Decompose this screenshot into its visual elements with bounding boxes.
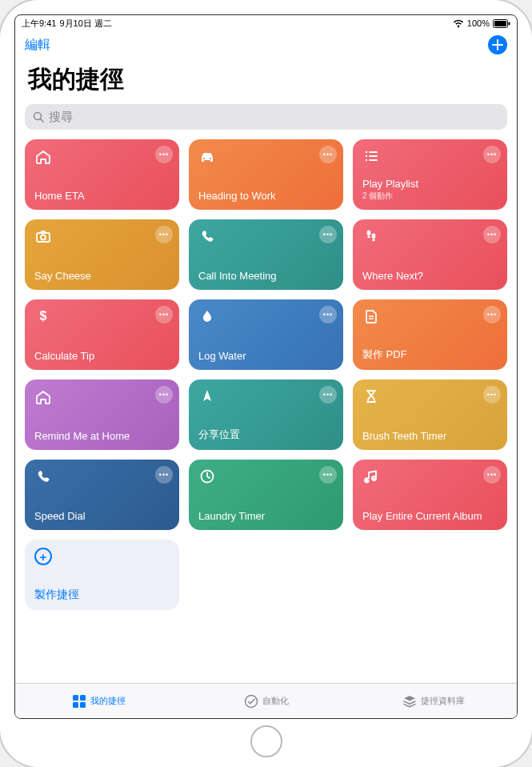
tile-more-button[interactable] bbox=[155, 226, 173, 243]
tab-label: 自動化 bbox=[262, 695, 289, 707]
shortcut-tile[interactable]: Say Cheese bbox=[25, 219, 179, 290]
tile-more-button[interactable] bbox=[483, 466, 501, 484]
tab-label: 我的捷徑 bbox=[90, 695, 126, 707]
shortcut-tile[interactable]: Brush Teeth Timer bbox=[353, 379, 507, 450]
car-icon bbox=[198, 147, 216, 165]
shortcut-tile[interactable]: 分享位置 bbox=[189, 379, 343, 450]
tile-more-button[interactable] bbox=[483, 146, 501, 163]
tile-label: Brush Teeth Timer bbox=[362, 430, 498, 442]
tile-more-button[interactable] bbox=[155, 466, 173, 484]
svg-rect-6 bbox=[80, 695, 86, 701]
edit-button[interactable]: 編輯 bbox=[25, 37, 50, 54]
shortcut-tile[interactable]: Where Next? bbox=[353, 219, 507, 290]
tile-label-wrap: Remind Me at Home bbox=[34, 430, 170, 442]
shortcut-tile[interactable]: Log Water bbox=[189, 299, 343, 370]
clock-icon bbox=[198, 468, 216, 485]
shortcut-tile[interactable]: Laundry Timer bbox=[189, 460, 343, 530]
tab-label: 捷徑資料庫 bbox=[421, 695, 465, 707]
status-right: 100% bbox=[453, 18, 510, 28]
svg-line-4 bbox=[41, 119, 44, 122]
shortcut-tile[interactable]: Play Entire Current Album bbox=[353, 460, 507, 530]
stack-icon bbox=[402, 694, 417, 709]
phone-icon bbox=[34, 468, 52, 485]
search-placeholder: 搜尋 bbox=[49, 110, 73, 125]
status-time: 上午9:41 bbox=[22, 18, 56, 30]
tile-more-button[interactable] bbox=[319, 146, 337, 163]
tile-more-button[interactable] bbox=[483, 386, 501, 404]
tile-more-button[interactable] bbox=[483, 226, 501, 243]
status-date: 9月10日 週二 bbox=[59, 18, 111, 30]
tab-my-shortcuts[interactable]: 我的捷徑 bbox=[15, 684, 182, 718]
nav-bar: 編輯 bbox=[15, 31, 517, 58]
dollar-icon bbox=[34, 307, 52, 325]
tile-more-button[interactable] bbox=[155, 386, 173, 404]
search-field[interactable]: 搜尋 bbox=[25, 104, 507, 130]
tile-label-wrap: Log Water bbox=[198, 350, 334, 362]
content-scroll[interactable]: 我的捷徑 搜尋 Home ETAHeading to WorkPlay Play… bbox=[15, 58, 517, 683]
clock-check-icon bbox=[244, 694, 258, 709]
shortcut-tile[interactable]: Speed Dial bbox=[25, 460, 179, 530]
tile-label: Log Water bbox=[198, 350, 334, 362]
tile-label: Remind Me at Home bbox=[34, 430, 170, 442]
hourglass-icon bbox=[362, 388, 380, 405]
shortcuts-grid: Home ETAHeading to WorkPlay Playlist2 個動… bbox=[25, 139, 507, 610]
tile-label: Heading to Work bbox=[198, 190, 334, 202]
tile-label-wrap: 製作 PDF bbox=[362, 347, 498, 362]
tile-more-button[interactable] bbox=[319, 306, 337, 323]
tile-label: Call Into Meeting bbox=[198, 270, 334, 282]
tile-label-wrap: Heading to Work bbox=[198, 190, 334, 202]
screen: 上午9:41 9月10日 週二 100% 編輯 我的捷徑 bbox=[14, 14, 518, 719]
water-icon bbox=[198, 307, 216, 325]
tile-label: 分享位置 bbox=[198, 428, 334, 442]
create-shortcut-tile[interactable]: +製作捷徑 bbox=[25, 540, 179, 610]
tab-automation[interactable]: 自動化 bbox=[182, 684, 350, 718]
home-button[interactable] bbox=[250, 725, 282, 757]
svg-point-9 bbox=[245, 695, 257, 707]
tile-label: Speed Dial bbox=[34, 510, 170, 522]
add-shortcut-button[interactable] bbox=[488, 35, 507, 54]
page-title: 我的捷徑 bbox=[25, 58, 507, 104]
tab-bar: 我的捷徑 自動化 捷徑資料庫 bbox=[15, 683, 517, 718]
tile-more-button[interactable] bbox=[155, 306, 173, 323]
tile-label: Home ETA bbox=[34, 190, 170, 202]
location-icon bbox=[198, 388, 216, 405]
tile-label-wrap: Play Entire Current Album bbox=[362, 510, 498, 522]
tile-more-button[interactable] bbox=[155, 146, 173, 163]
shortcut-tile[interactable]: Remind Me at Home bbox=[25, 379, 179, 450]
home-icon bbox=[34, 147, 52, 165]
svg-rect-2 bbox=[509, 22, 510, 25]
shortcut-tile[interactable]: Heading to Work bbox=[189, 139, 343, 210]
tile-label: 製作 PDF bbox=[362, 347, 498, 362]
shortcut-tile[interactable]: 製作 PDF bbox=[353, 299, 507, 370]
shortcut-tile[interactable]: Calculate Tip bbox=[25, 299, 179, 370]
tile-label: Laundry Timer bbox=[198, 510, 334, 522]
battery-icon bbox=[493, 19, 510, 28]
status-bar: 上午9:41 9月10日 週二 100% bbox=[15, 15, 517, 31]
tile-more-button[interactable] bbox=[319, 226, 337, 243]
shortcut-tile[interactable]: Play Playlist2 個動作 bbox=[353, 139, 507, 210]
shortcut-tile[interactable]: Home ETA bbox=[25, 139, 179, 210]
tile-label: Play Entire Current Album bbox=[362, 510, 498, 522]
tile-more-button[interactable] bbox=[483, 306, 501, 323]
tile-label-wrap: Speed Dial bbox=[34, 510, 170, 522]
ipad-device-frame: 上午9:41 9月10日 週二 100% 編輯 我的捷徑 bbox=[0, 0, 532, 767]
tile-label: Play Playlist bbox=[362, 178, 498, 190]
tab-gallery[interactable]: 捷徑資料庫 bbox=[350, 684, 517, 718]
tile-label-wrap: Where Next? bbox=[362, 270, 498, 282]
phone-icon bbox=[198, 227, 216, 245]
tile-label-wrap: Brush Teeth Timer bbox=[362, 430, 498, 442]
plus-icon bbox=[492, 39, 503, 50]
grid-icon bbox=[72, 694, 86, 709]
tile-label-wrap: Call Into Meeting bbox=[198, 270, 334, 282]
tile-label-wrap: Home ETA bbox=[34, 190, 170, 202]
svg-rect-8 bbox=[80, 702, 86, 708]
tile-label: Where Next? bbox=[362, 270, 498, 282]
create-shortcut-label: 製作捷徑 bbox=[34, 588, 170, 602]
tile-more-button[interactable] bbox=[319, 386, 337, 404]
tile-label: Calculate Tip bbox=[34, 350, 170, 362]
shortcut-tile[interactable]: Call Into Meeting bbox=[189, 219, 343, 290]
tile-label-wrap: Play Playlist2 個動作 bbox=[362, 178, 498, 202]
search-icon bbox=[33, 111, 44, 122]
tile-more-button[interactable] bbox=[319, 466, 337, 484]
tile-label-wrap: Say Cheese bbox=[34, 270, 170, 282]
